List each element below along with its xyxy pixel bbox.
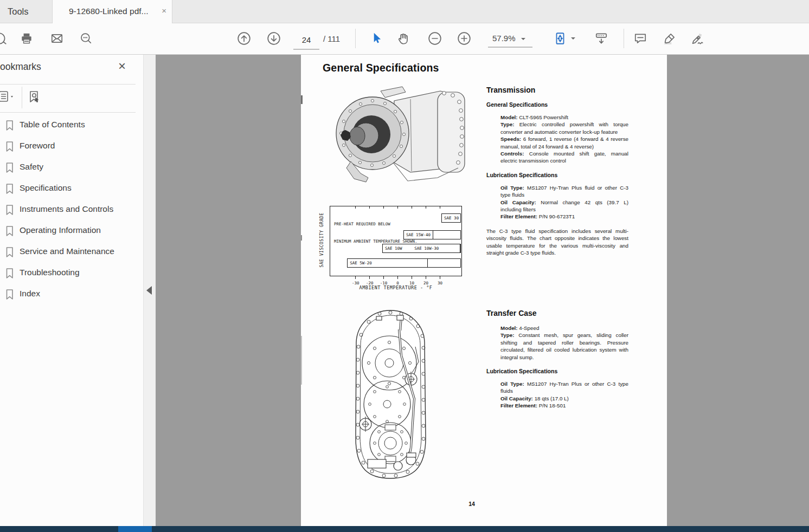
bottom-bar — [0, 526, 809, 532]
transmission-section: Transmission General Specifications Mode… — [486, 86, 628, 257]
sidebar-item-service-and-maintenance[interactable]: Service and Maintenance — [0, 242, 143, 263]
x-axis-tick — [426, 276, 426, 279]
bookmark-label: Safety — [20, 162, 43, 172]
sidebar-item-safety[interactable]: Safety — [0, 157, 143, 178]
bookmark-label: Service and Maintenance — [20, 246, 114, 256]
spec-list: Oil Type: MS1207 Hy-Tran Plus fluid or o… — [486, 184, 628, 220]
viscosity-bar: SAE 10W SAE 10W-30 — [382, 244, 461, 253]
page-number-input[interactable] — [293, 30, 319, 50]
bookmark-label: Instruments and Controls — [20, 204, 113, 214]
sidebar-item-index[interactable]: Index — [0, 284, 143, 305]
hide-toolbar-icon[interactable] — [594, 31, 608, 46]
highlight-icon[interactable] — [663, 31, 677, 46]
page-title: General Specifications — [323, 62, 439, 74]
tab-close-icon[interactable]: × — [162, 6, 166, 16]
fit-width-icon[interactable] — [553, 31, 567, 46]
main-toolbar: / 111 57.9% — [0, 23, 809, 55]
sidebar-item-instruments-and-controls[interactable]: Instruments and Controls — [0, 199, 143, 220]
x-axis-tick — [383, 206, 384, 209]
add-bookmark-icon[interactable] — [27, 90, 43, 105]
x-axis-tick — [383, 276, 384, 279]
page-down-icon[interactable] — [267, 31, 281, 46]
x-axis-tick — [355, 206, 356, 209]
chart-note-line1: PRE-HEAT REQUIRED BELOW — [334, 222, 418, 228]
spec-list: Model: 4-Speed Type: Constant mesh, spur… — [486, 325, 628, 361]
x-axis-tick — [426, 206, 426, 209]
print-icon[interactable] — [20, 31, 34, 46]
viscosity-bar-label: SAE 10W SAE 10W-30 — [383, 244, 460, 252]
bookmarks-panel: ookmarks × Table of Contents Forewo — [0, 54, 144, 526]
chart-y-axis-label: SAE VISCOSITY GRADE — [319, 189, 326, 291]
tab-document[interactable]: 9-12680-Linked pdf... × — [52, 0, 172, 23]
x-axis-tick — [412, 206, 412, 209]
spec-row: Oil Capacity: 18 qts (17.0 L) — [500, 395, 628, 402]
zoom-in-icon[interactable] — [457, 31, 471, 46]
spec-row: Controls: Console mounted shift gate, ma… — [500, 150, 628, 165]
spec-row: Oil Capacity: Normal change 42 qts (39.7… — [500, 199, 628, 213]
close-icon[interactable]: × — [118, 59, 126, 74]
section-heading: Transmission — [486, 86, 628, 94]
sidebar-item-specifications[interactable]: Specifications — [0, 178, 143, 199]
viscosity-bar: SAE 5W-20 — [347, 258, 461, 268]
x-axis-tick — [412, 276, 412, 279]
bottom-bar-highlight — [118, 526, 152, 532]
tab-bar: Tools 9-12680-Linked pdf... × — [0, 0, 809, 23]
toolbar-divider — [624, 29, 624, 48]
sidebar-item-operating-information[interactable]: Operating Information — [0, 220, 143, 242]
select-tool-icon[interactable] — [369, 31, 383, 46]
spec-list: Oil Type: MS1207 Hy-Tran Plus or other C… — [486, 380, 628, 410]
chart-x-axis-label: AMBIENT TEMPERATURE - °F — [330, 285, 462, 290]
viscosity-bar: SAE 15W-40 — [403, 230, 461, 239]
save-icon[interactable] — [0, 31, 8, 46]
sidebar-item-troubleshooting[interactable]: Troubleshooting — [0, 263, 143, 284]
zoom-level-control[interactable]: 57.9% — [488, 30, 532, 48]
spec-row: Oil Type: MS1207 Hy-Tran Plus fluid or o… — [500, 184, 628, 199]
caret-down-icon[interactable] — [571, 37, 575, 42]
viscosity-bar-label: SAE 5W-20 — [348, 259, 428, 267]
bookmark-icon — [4, 161, 15, 176]
bookmark-icon — [4, 267, 15, 282]
viscosity-bar-label: SAE 30 — [442, 214, 461, 222]
comment-icon[interactable] — [633, 31, 647, 46]
spec-row: Model: CLT-5965 Powershift — [500, 114, 628, 121]
bookmark-label: Specifications — [20, 183, 72, 193]
sidebar-item-table-of-contents[interactable]: Table of Contents — [0, 115, 143, 136]
spec-row: Filter Element: P/N 18-501 — [500, 402, 628, 409]
divider — [22, 87, 22, 108]
spec-row: Type: Electric controlled powershift wit… — [500, 121, 628, 135]
spec-row: Filter Element: P/N 90-6723T1 — [500, 213, 628, 220]
bookmarks-list: Table of Contents Foreword Safety Specif… — [0, 115, 143, 305]
page-up-icon[interactable] — [237, 31, 251, 46]
bookmark-icon — [4, 183, 15, 197]
bookmark-options-icon[interactable] — [0, 90, 16, 104]
bookmark-icon — [4, 119, 15, 134]
bookmark-label: Index — [20, 289, 40, 299]
search-icon[interactable] — [79, 31, 93, 46]
spec-row: Oil Type: MS1207 Hy-Tran Plus or other C… — [500, 380, 628, 395]
transfer-case-section: Transfer Case Model: 4-Speed Type: Const… — [486, 309, 628, 417]
viscosity-bar: SAE 30 — [441, 213, 461, 223]
viscosity-chart-plot: PRE-HEAT REQUIRED BELOW MINIMUM AMBIENT … — [330, 206, 462, 276]
x-axis-tick — [369, 276, 370, 279]
x-axis-tick — [440, 276, 440, 279]
bookmark-icon — [4, 288, 15, 303]
spec-row: Speeds: 6 forward, 1 reverse (4 forward … — [500, 135, 628, 150]
document-canvas: General Specifications — [156, 54, 809, 526]
scan-artifact — [301, 95, 303, 104]
sidebar-item-foreword[interactable]: Foreword — [0, 136, 143, 157]
sign-icon[interactable] — [691, 31, 705, 46]
x-axis-tick — [397, 206, 398, 209]
tab-document-label: 9-12680-Linked pdf... — [69, 0, 149, 23]
email-icon[interactable] — [50, 31, 64, 46]
bookmark-label: Operating Information — [20, 225, 101, 235]
subsection-heading: Lubrication Specifications — [486, 172, 628, 178]
bookmark-icon — [4, 140, 15, 155]
hand-tool-icon[interactable] — [396, 31, 410, 46]
pdf-page: General Specifications — [301, 54, 667, 526]
collapse-panel-icon[interactable] — [146, 286, 152, 295]
tab-tools[interactable]: Tools — [0, 0, 50, 23]
x-axis-tick — [397, 276, 398, 279]
zoom-out-icon[interactable] — [428, 31, 442, 46]
toolbar-divider — [355, 29, 356, 48]
subsection-heading: General Specifications — [486, 101, 628, 108]
